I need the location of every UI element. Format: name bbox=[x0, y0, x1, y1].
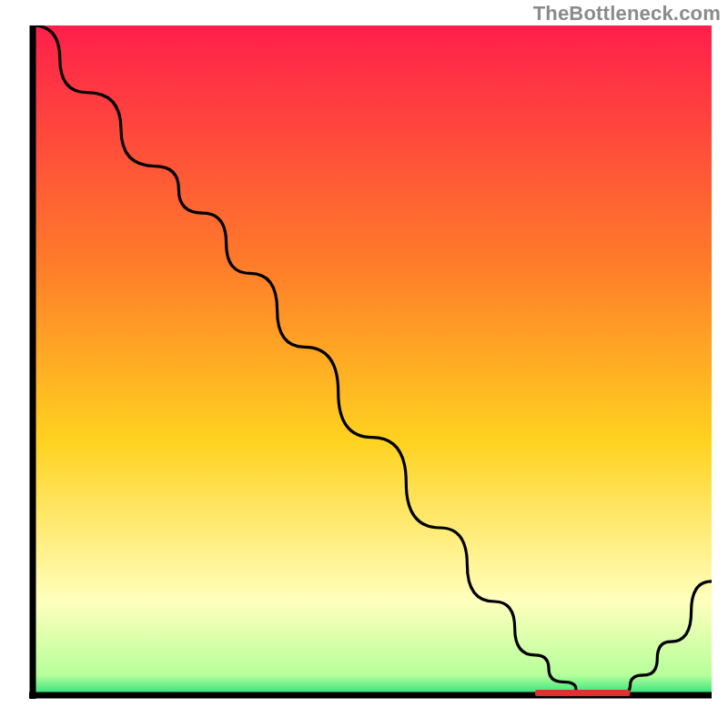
plot-area bbox=[29, 25, 712, 699]
chart-svg bbox=[29, 25, 712, 699]
gradient-background bbox=[33, 25, 712, 695]
watermark-text: TheBottleneck.com bbox=[533, 2, 721, 25]
chart-container: TheBottleneck.com bbox=[0, 0, 728, 728]
optimal-marker bbox=[535, 690, 630, 696]
